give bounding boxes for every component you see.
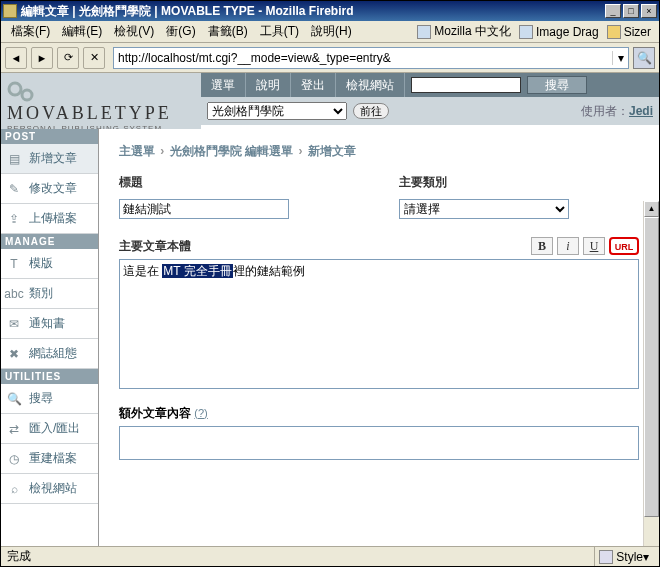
- sidebar-templates[interactable]: T模版: [1, 249, 98, 279]
- crumb-current: 新增文章: [308, 144, 356, 158]
- sidebar-item-label: 模版: [29, 255, 53, 272]
- category-label: 主要類別: [399, 174, 639, 191]
- maximize-button[interactable]: □: [623, 4, 639, 18]
- mt-subnav: 光劍格鬥學院 前往 使用者：Jedi: [201, 97, 659, 125]
- crumb-blog[interactable]: 光劍格鬥學院: [170, 144, 242, 158]
- mail-icon: ✉: [5, 315, 23, 333]
- sidebar-import[interactable]: ⇄匯入/匯出: [1, 414, 98, 444]
- title-input[interactable]: [119, 199, 289, 219]
- topnav-search-button[interactable]: 搜尋: [527, 76, 587, 94]
- url-dropdown-icon[interactable]: ▾: [612, 51, 628, 65]
- nav-logout[interactable]: 登出: [291, 73, 336, 97]
- sidebar-item-label: 新增文章: [29, 150, 77, 167]
- body-label: 主要文章本體: [119, 238, 191, 255]
- sidebar-search[interactable]: 🔍搜尋: [1, 384, 98, 414]
- nav-menu[interactable]: 選單: [201, 73, 246, 97]
- section-post: POST: [1, 129, 98, 144]
- blog-go-button[interactable]: 前往: [353, 103, 389, 119]
- template-icon: T: [5, 255, 23, 273]
- sidebar-item-label: 修改文章: [29, 180, 77, 197]
- search-button[interactable]: 🔍: [633, 47, 655, 69]
- menu-file[interactable]: 檔案(F): [5, 23, 56, 40]
- stop-button[interactable]: ✕: [83, 47, 105, 69]
- menu-edit[interactable]: 編輯(E): [56, 23, 108, 40]
- page-icon: [519, 25, 533, 39]
- sidebar-item-label: 類別: [29, 285, 53, 302]
- mt-header: MOVABLETYPE PERSONAL PUBLISHING SYSTEM 選…: [1, 73, 659, 129]
- url-field[interactable]: ▾: [113, 47, 629, 69]
- vertical-scrollbar[interactable]: ▲ ▼: [643, 201, 659, 567]
- window-title: 編輯文章 | 光劍格鬥學院 | MOVABLE TYPE - Mozilla F…: [21, 3, 603, 20]
- bookmark-mozilla[interactable]: Mozilla 中文化: [413, 23, 515, 40]
- help-link[interactable]: (?): [194, 407, 207, 419]
- view-icon: ⌕: [5, 480, 23, 498]
- svg-point-0: [9, 83, 21, 95]
- topnav-search-input[interactable]: [411, 77, 521, 93]
- sidebar-item-label: 搜尋: [29, 390, 53, 407]
- section-manage: MANAGE: [1, 234, 98, 249]
- sidebar-item-label: 網誌組態: [29, 345, 77, 362]
- blog-select[interactable]: 光劍格鬥學院: [207, 102, 347, 120]
- bookmark-imagedrag[interactable]: Image Drag: [515, 25, 603, 39]
- sidebar-upload[interactable]: ⇪上傳檔案: [1, 204, 98, 234]
- bookmark-sizer[interactable]: Sizer: [603, 25, 655, 39]
- nav-viewsite[interactable]: 檢視網站: [336, 73, 405, 97]
- sidebar-config[interactable]: ✖網誌組態: [1, 339, 98, 369]
- folder-icon: [607, 25, 621, 39]
- sidebar-edit-entry[interactable]: ✎修改文章: [1, 174, 98, 204]
- sidebar-item-label: 上傳檔案: [29, 210, 77, 227]
- rebuild-icon: ◷: [5, 450, 23, 468]
- nav-help[interactable]: 說明: [246, 73, 291, 97]
- sidebar-new-entry[interactable]: ▤新增文章: [1, 144, 98, 174]
- scroll-up-icon[interactable]: ▲: [644, 201, 659, 217]
- new-entry-icon: ▤: [5, 150, 23, 168]
- scroll-thumb[interactable]: [644, 217, 659, 517]
- search-icon: 🔍: [5, 390, 23, 408]
- mt-logo: MOVABLETYPE PERSONAL PUBLISHING SYSTEM: [1, 73, 201, 129]
- url-input[interactable]: [114, 49, 612, 67]
- extended-editor[interactable]: [119, 426, 639, 460]
- sidebar-rebuild[interactable]: ◷重建檔案: [1, 444, 98, 474]
- sidebar-notifications[interactable]: ✉通知書: [1, 309, 98, 339]
- bookmark-label: Sizer: [624, 25, 651, 39]
- category-select[interactable]: 請選擇: [399, 199, 569, 219]
- breadcrumb: 主選單 › 光劍格鬥學院 編輯選單 › 新增文章: [119, 143, 639, 160]
- browser-menubar: 檔案(F) 編輯(E) 檢視(V) 衝(G) 書籤(B) 工具(T) 說明(H)…: [1, 21, 659, 43]
- window-titlebar: 編輯文章 | 光劍格鬥學院 | MOVABLE TYPE - Mozilla F…: [1, 1, 659, 21]
- close-button[interactable]: ×: [641, 4, 657, 18]
- category-icon: abc: [5, 285, 23, 303]
- bookmark-label: Image Drag: [536, 25, 599, 39]
- forward-button[interactable]: ►: [31, 47, 53, 69]
- url-button[interactable]: URL: [609, 237, 639, 255]
- style-switcher[interactable]: Style ▾: [594, 547, 653, 566]
- bold-button[interactable]: B: [531, 237, 553, 255]
- crumb-main[interactable]: 主選單: [119, 144, 155, 158]
- sidebar-categories[interactable]: abc類別: [1, 279, 98, 309]
- sidebar-item-label: 重建檔案: [29, 450, 77, 467]
- menu-help[interactable]: 說明(H): [305, 23, 358, 40]
- status-text: 完成: [7, 548, 594, 565]
- menu-view[interactable]: 檢視(V): [108, 23, 160, 40]
- italic-button[interactable]: i: [557, 237, 579, 255]
- chevron-down-icon: ▾: [643, 550, 649, 564]
- section-utilities: UTILITIES: [1, 369, 98, 384]
- sidebar-view-site[interactable]: ⌕檢視網站: [1, 474, 98, 504]
- back-button[interactable]: ◄: [5, 47, 27, 69]
- svg-point-1: [22, 90, 32, 100]
- menu-go[interactable]: 衝(G): [160, 23, 201, 40]
- edit-icon: ✎: [5, 180, 23, 198]
- body-editor[interactable]: 這是在 MT 完全手冊裡的鏈結範例: [119, 259, 639, 389]
- reload-button[interactable]: ⟳: [57, 47, 79, 69]
- underline-button[interactable]: U: [583, 237, 605, 255]
- menu-bookmarks[interactable]: 書籤(B): [202, 23, 254, 40]
- crumb-edit: 編輯選單: [245, 144, 293, 158]
- selected-text: MT 完全手冊: [162, 264, 232, 278]
- logo-text: MOVABLETYPE: [7, 103, 172, 123]
- format-toolbar: B i U URL: [531, 237, 639, 255]
- user-link[interactable]: Jedi: [629, 104, 653, 118]
- sidebar-item-label: 匯入/匯出: [29, 420, 80, 437]
- extended-label: 額外文章內容 (?): [119, 405, 639, 422]
- minimize-button[interactable]: _: [605, 4, 621, 18]
- main-content: 主選單 › 光劍格鬥學院 編輯選單 › 新增文章 標題 主要類別: [99, 129, 659, 567]
- menu-tools[interactable]: 工具(T): [254, 23, 305, 40]
